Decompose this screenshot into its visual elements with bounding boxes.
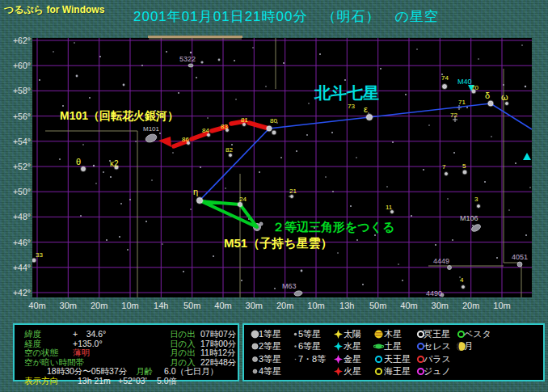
faint-star [350,205,352,207]
5-cvn [463,171,466,174]
dec-tick: +62° [13,36,31,45]
faint-star [39,79,40,81]
label-big-dipper: 北斗七星 [314,84,379,102]
faint-star [325,176,327,178]
faint-star [356,157,357,158]
theta-boo [82,167,86,171]
label-star-7: 7 [442,163,446,171]
21-cvn [291,196,293,198]
faint-star [207,117,209,119]
faint-star [529,187,531,188]
faint-star [296,150,297,152]
faint-star [274,288,276,289]
label-eta: η [193,187,198,196]
faint-star [332,191,334,192]
ra-tick: 40m [28,301,45,310]
sky-svg[interactable]: M101（回転花火銀河）北斗七星２等辺三角形をつくるM51（子持ち星雲）M101… [32,38,532,297]
legend-label-venus: 金星 [344,353,361,365]
faint-star [411,215,412,217]
ra-tick: 20m [91,301,107,310]
faint-star [265,86,267,87]
faint-star [95,183,97,184]
app-brand: つるぷら for Windows [4,3,104,17]
faint-star [162,243,163,245]
faint-star [515,162,516,164]
label-ngc4449: 4449 [433,257,449,265]
label-ngc5322: 5322 [179,55,196,63]
faint-star [423,169,424,171]
faint-star [496,257,498,259]
dec-tick: +48° [13,212,31,221]
eta-uma-alkaid [197,198,203,204]
delta-uma-megrez [488,101,493,106]
faint-star [525,86,526,87]
faint-star [447,198,449,200]
faint-star [183,271,184,272]
label-m106: M106 [460,214,478,222]
label-delta: δ [485,91,490,100]
24-cvn [238,203,242,207]
faint-star [386,186,388,188]
label-star-70: 70 [471,84,478,91]
legend-label-mag2: 2等星 [259,340,281,352]
label-star-74: 74 [441,74,449,82]
faint-star [59,158,61,160]
faint-star [120,203,122,204]
label-omega: ω [501,92,508,102]
faint-star [234,60,235,61]
ra-tick: 50m [369,301,386,310]
faint-star [362,284,364,285]
label-star-3: 3 [474,196,478,203]
m63-galaxy [294,290,303,297]
faint-star [196,77,197,78]
label-m51-headline: M51（子持ち星雲） [224,236,333,251]
longitude-value: +135.0° [73,339,103,348]
faint-star [119,236,120,238]
legend-label-sun: 太陽 [344,328,361,340]
faint-star [151,179,153,181]
faint-star [89,97,91,99]
33-boo [32,259,36,262]
faint-star [525,234,527,236]
faint-star [231,144,233,145]
label-star-82: 82 [226,146,233,154]
m106-galaxy [470,223,482,233]
ngc4449-galaxy [448,266,452,270]
legend-label-uranus: 天王星 [384,353,411,365]
star-chart-canvas[interactable]: M101（回転花火銀河）北斗七星２等辺三角形をつくるM51（子持ち星雲）M101… [32,38,532,297]
ra-tick: 40m [400,301,417,310]
faint-star [259,171,260,173]
ra-tick: 40m [214,301,231,310]
faint-star [280,157,282,158]
faint-star [76,75,78,78]
faint-star [53,51,54,53]
faint-star [356,239,358,241]
faint-star [159,133,161,134]
legend-label-mag4: 4等星 [259,365,281,377]
view-direction-dec: +52°03' [118,376,147,386]
label-star-4: 4 [460,276,464,284]
label-star-81: 81 [241,116,248,124]
dec-tick: +42° [13,288,31,297]
chart-labels: M101（回転花火銀河）北斗七星２等辺三角形をつくるM51（子持ち星雲）M101… [36,55,528,297]
faint-star [200,166,201,168]
faint-star [135,141,137,142]
label-star-83: 83 [221,123,228,130]
legend-label-mag1: 1等星 [259,328,281,340]
faint-star [405,94,407,95]
legend-label-mag6: 6等星 [298,340,321,352]
label-ngc4490: 4490 [426,289,442,297]
arrow-head [158,137,171,147]
observation-info-panel: 緯度+ 34.6°日の出07時07分経度+135.0°日の入17時00分空の状態… [13,323,239,381]
faint-star [337,252,339,254]
legend-label-mag5: 5等星 [298,328,321,340]
faint-star [428,124,430,126]
legend-label-juno: ジュノ [424,365,451,377]
view-direction-ra: 13h 21m [78,376,111,386]
dec-tick: +54° [13,137,31,146]
faint-star [252,47,254,48]
faint-star [225,188,226,189]
faint-star [80,215,82,217]
legend-label-neptune: 海王星 [384,365,411,377]
faint-star [435,244,436,246]
